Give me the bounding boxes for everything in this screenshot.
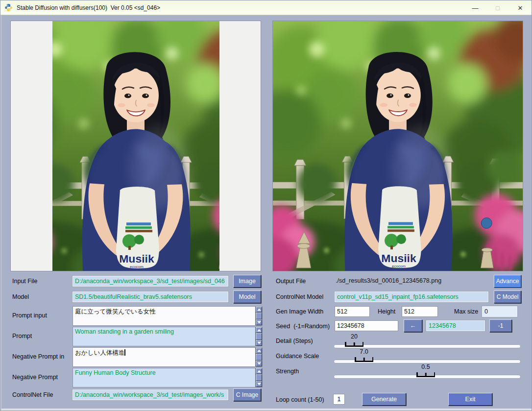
seed-previous-field[interactable]: 12345678 bbox=[426, 320, 485, 331]
slider-handle-tick bbox=[354, 342, 355, 345]
scrollbar[interactable] bbox=[255, 348, 262, 366]
advance-button[interactable]: Advance bbox=[494, 275, 521, 288]
model-label: Model bbox=[12, 293, 29, 300]
max-size-field[interactable]: 0 bbox=[482, 306, 517, 317]
input-image-preview bbox=[10, 21, 261, 271]
strength-handle[interactable] bbox=[416, 372, 435, 377]
scrollbar[interactable] bbox=[255, 327, 262, 346]
gen-height-field[interactable]: 512 bbox=[402, 306, 438, 317]
controlnet-model-label: ControlNet Model bbox=[276, 293, 323, 300]
scroll-up-icon[interactable] bbox=[256, 327, 262, 333]
c-model-button[interactable]: C Model bbox=[494, 290, 521, 303]
gen-width-field[interactable]: 512 bbox=[335, 306, 370, 317]
window-bottom-edge bbox=[1, 409, 532, 411]
scrollbar-thumb[interactable] bbox=[256, 374, 262, 381]
input-file-field[interactable]: D:/anaconda_win/workspace_3/sd_test/imag… bbox=[73, 276, 228, 287]
slider-handle-tick bbox=[363, 358, 365, 361]
gen-image-width-label: Gen Image Width bbox=[276, 308, 323, 315]
app-window: Stable Diffusion with diffusers(100) Ver… bbox=[0, 0, 532, 411]
scroll-down-icon[interactable] bbox=[256, 340, 262, 346]
generate-button[interactable]: Generate bbox=[362, 393, 406, 406]
model-field[interactable]: SD1.5/beautifulRealistic_brav5.safetenso… bbox=[73, 291, 228, 302]
prompt-text: Woman standing in a garden smiling bbox=[75, 328, 174, 335]
prompt-textarea[interactable]: Woman standing in a garden smiling bbox=[73, 327, 263, 346]
strength-label: Strength bbox=[276, 368, 299, 375]
seed-back-button[interactable]: ← bbox=[404, 319, 422, 332]
negative-prompt-textarea[interactable]: Funny Human Body Structure bbox=[73, 368, 263, 387]
close-button[interactable]: ✕ bbox=[509, 0, 532, 15]
prompt-input-label: Prompt input bbox=[12, 312, 47, 319]
controlnet-model-field[interactable]: control_v11p_sd15_inpaint_fp16.safetenso… bbox=[335, 291, 488, 302]
loop-count-label: Loop count (1-50) bbox=[276, 396, 324, 403]
max-size-label: Max size bbox=[454, 308, 478, 315]
output-file-value: ./sd_results3/sd_00016_12345678.png bbox=[334, 276, 490, 287]
negative-prompt-in-label: Negative Prompt in bbox=[12, 353, 64, 360]
window-title: Stable Diffusion with diffusers(100) Ver… bbox=[17, 4, 160, 11]
loop-count-field[interactable]: 1 bbox=[333, 394, 345, 405]
output-file-label: Output File bbox=[276, 278, 306, 285]
negative-prompt-in-textarea[interactable]: おかしい人体構造 bbox=[73, 347, 263, 367]
exit-button[interactable]: Exit bbox=[448, 393, 492, 406]
scroll-up-icon[interactable] bbox=[256, 368, 262, 374]
scroll-up-icon[interactable] bbox=[256, 307, 262, 313]
scroll-down-icon[interactable] bbox=[256, 381, 262, 387]
detail-steps-handle[interactable] bbox=[345, 341, 363, 347]
detail-steps-label: Detail (Steps) bbox=[276, 338, 313, 344]
detail-steps-value: 20 bbox=[345, 333, 363, 340]
seed-random-button[interactable]: -1 bbox=[489, 319, 512, 332]
scrollbar-thumb[interactable] bbox=[256, 354, 262, 361]
image-button[interactable]: Image bbox=[233, 275, 261, 288]
scroll-down-icon[interactable] bbox=[256, 319, 262, 325]
c-image-button[interactable]: C Image bbox=[233, 388, 261, 401]
prompt-label: Prompt bbox=[12, 333, 32, 339]
prompt-input-text: 庭に立って微笑んでいる女性 bbox=[75, 308, 156, 315]
seed-field[interactable]: 12345678 bbox=[335, 320, 398, 331]
seed-label: Seed (-1=Random) bbox=[276, 323, 330, 330]
input-image bbox=[52, 21, 219, 271]
negative-prompt-label: Negative Prompt bbox=[12, 374, 58, 381]
main-panel: Input File D:/anaconda_win/workspace_3/s… bbox=[0, 15, 532, 411]
maximize-button[interactable]: □ bbox=[486, 0, 509, 15]
scrollbar-thumb[interactable] bbox=[256, 333, 262, 340]
scroll-down-icon[interactable] bbox=[256, 361, 262, 366]
python-logo-icon bbox=[4, 3, 13, 12]
text-cursor bbox=[124, 349, 125, 356]
prompt-input-textarea[interactable]: 庭に立って微笑んでいる女性 bbox=[73, 306, 263, 326]
guidance-scale-handle[interactable] bbox=[355, 357, 373, 362]
slider-handle-tick bbox=[425, 373, 427, 376]
output-image bbox=[273, 21, 523, 271]
scrollbar-thumb[interactable] bbox=[256, 313, 262, 319]
negative-prompt-text: Funny Human Body Structure bbox=[75, 369, 156, 376]
minimize-button[interactable]: — bbox=[464, 0, 486, 15]
guidance-scale-label: Guidance Scale bbox=[276, 353, 319, 360]
height-label: Height bbox=[378, 308, 395, 315]
controlnet-file-field[interactable]: D:/anaconda_win/workspace_3/sd_test/imag… bbox=[73, 389, 228, 400]
input-file-label: Input File bbox=[12, 278, 37, 285]
scrollbar[interactable] bbox=[255, 368, 262, 387]
title-bar[interactable]: Stable Diffusion with diffusers(100) Ver… bbox=[0, 0, 532, 15]
controlnet-file-label: ControlNet File bbox=[12, 391, 53, 398]
output-image-preview bbox=[272, 21, 523, 271]
model-button[interactable]: Model bbox=[233, 290, 261, 303]
scrollbar[interactable] bbox=[255, 307, 262, 325]
negative-prompt-in-text: おかしい人体構造 bbox=[75, 349, 124, 356]
guidance-scale-value: 7.0 bbox=[355, 348, 373, 355]
scroll-up-icon[interactable] bbox=[256, 348, 262, 354]
strength-value: 0.5 bbox=[416, 363, 435, 370]
